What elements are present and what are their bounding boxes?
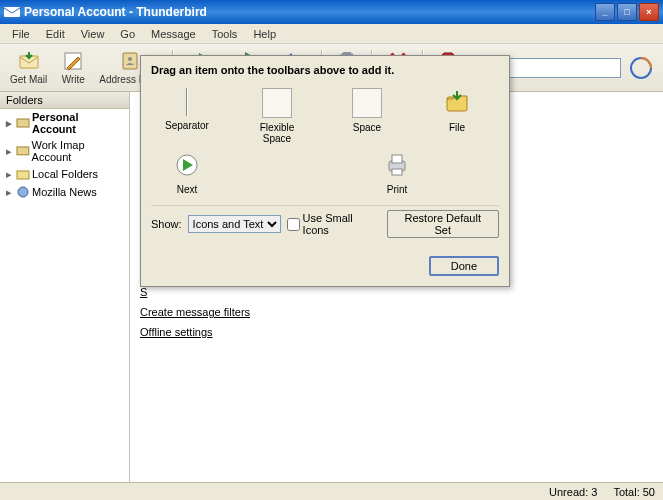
status-total: Total: 50 [613,486,655,498]
show-select[interactable]: Icons and Text [188,215,281,233]
twisty-icon[interactable]: ▸ [4,145,14,158]
folder-local[interactable]: ▸ Local Folders [0,165,129,183]
folder-work-imap[interactable]: ▸ Work Imap Account [0,137,129,165]
app-icon [4,4,20,20]
throbber-icon [627,54,655,82]
restore-defaults-button[interactable]: Restore Default Set [387,210,499,238]
news-icon [16,185,30,199]
folder-icon [16,167,30,181]
palette-label: Separator [165,120,209,131]
svg-rect-21 [392,169,402,175]
total-count: 50 [643,486,655,498]
titlebar: Personal Account - Thunderbird _ □ × [0,0,663,24]
palette-flexible-space[interactable]: Flexible Space [247,88,307,144]
unread-label: Unread: [549,486,588,498]
done-button[interactable]: Done [429,256,499,276]
folder-label: Local Folders [32,168,98,180]
svg-point-16 [18,187,28,197]
dialog-footer: Done [141,250,509,286]
menu-help[interactable]: Help [245,26,284,42]
unread-count: 3 [591,486,597,498]
palette-print[interactable]: Print [367,150,427,195]
write-icon [62,50,84,72]
mailbox-icon [16,144,30,158]
folder-label: Work Imap Account [32,139,125,163]
svg-point-4 [128,57,132,61]
show-label: Show: [151,218,182,230]
window-buttons: _ □ × [595,3,659,21]
folder-personal-account[interactable]: ▸ Personal Account [0,109,129,137]
window-title: Personal Account - Thunderbird [24,5,595,19]
menu-edit[interactable]: Edit [38,26,73,42]
twisty-icon[interactable]: ▸ [4,186,14,199]
palette-label: Print [387,184,408,195]
next-icon [172,150,202,180]
palette-label: Space [353,122,381,133]
write-label: Write [62,74,85,85]
folder-mozilla-news[interactable]: ▸ Mozilla News [0,183,129,201]
status-unread: Unread: 3 [549,486,597,498]
folder-label: Mozilla News [32,186,97,198]
dialog-instruction: Drag an item onto the toolbars above to … [151,64,499,76]
twisty-icon[interactable]: ▸ [4,168,14,181]
twisty-icon[interactable]: ▸ [4,117,14,130]
palette-grid: Separator Flexible Space Space File [151,84,499,205]
palette-space[interactable]: Space [337,88,397,144]
svg-rect-15 [17,171,29,179]
offline-link[interactable]: Offline settings [140,322,653,342]
menu-tools[interactable]: Tools [204,26,246,42]
getmail-button[interactable]: Get Mail [4,48,53,87]
maximize-button[interactable]: □ [617,3,637,21]
space-icon [352,88,382,118]
close-button[interactable]: × [639,3,659,21]
palette-label: Next [177,184,198,195]
dialog-controls: Show: Icons and Text Use Small Icons Res… [151,205,499,242]
svg-rect-13 [17,119,29,127]
filters-link[interactable]: Create message filters [140,302,653,322]
svg-rect-14 [17,147,29,155]
file-icon [442,88,472,118]
getmail-label: Get Mail [10,74,47,85]
svg-rect-0 [4,7,20,17]
palette-separator[interactable]: Separator [157,88,217,144]
separator-icon [186,88,188,116]
menu-message[interactable]: Message [143,26,204,42]
small-icons-check[interactable]: Use Small Icons [287,212,381,236]
menu-view[interactable]: View [73,26,113,42]
menu-file[interactable]: File [4,26,38,42]
minimize-button[interactable]: _ [595,3,615,21]
sidebar-header: Folders [0,92,129,109]
palette-label: Flexible Space [247,122,307,144]
print-icon [382,150,412,180]
addressbook-icon [119,50,141,72]
svg-rect-20 [392,155,402,163]
menu-go[interactable]: Go [112,26,143,42]
small-icons-checkbox[interactable] [287,218,300,231]
folder-label: Personal Account [32,111,125,135]
palette-next[interactable]: Next [157,150,217,195]
write-button[interactable]: Write [53,48,93,87]
total-label: Total: [613,486,639,498]
folder-sidebar: Folders ▸ Personal Account ▸ Work Imap A… [0,92,130,482]
getmail-icon [18,50,40,72]
palette-file[interactable]: File [427,88,487,144]
customize-toolbar-dialog: Drag an item onto the toolbars above to … [140,55,510,287]
menubar: File Edit View Go Message Tools Help [0,24,663,44]
flexspace-icon [262,88,292,118]
small-icons-label: Use Small Icons [303,212,381,236]
statusbar: Unread: 3 Total: 50 [0,482,663,500]
mailbox-icon [16,116,30,130]
palette-label: File [449,122,465,133]
